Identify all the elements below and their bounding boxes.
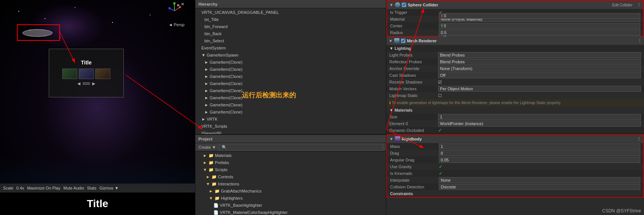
create-button[interactable]: Create ▼ <box>198 145 216 149</box>
scale-label: Scale <box>3 186 14 190</box>
center-y[interactable]: Y 0 <box>439 23 640 29</box>
hierarchy-item[interactable]: EventSystem <box>195 45 386 52</box>
hierarchy-item[interactable]: VRTK_UICANVAS_DRAGGABLE_PANEL <box>195 9 386 16</box>
mute-audio[interactable]: Mute Audio <box>63 186 84 190</box>
middle-panel: Hierarchy VRTK_UICANVAS_DRAGGABLE_PANELt… <box>195 0 386 215</box>
stats-btn[interactable]: Stats <box>87 186 96 190</box>
cast-shadows-label: Cast Shadows <box>389 73 438 78</box>
gizmos-btn[interactable]: Gizmos ▼ <box>99 186 119 190</box>
lightmap-static-value[interactable]: ☐ <box>438 93 641 98</box>
mesh-renderer-menu[interactable]: ⋮ <box>638 39 642 43</box>
folder-icon: ▼ <box>203 167 207 173</box>
hierarchy-item[interactable]: btn_Select <box>195 37 386 45</box>
dynamic-occluded-value[interactable]: ✓ <box>438 128 641 133</box>
rigidbody-icon <box>395 136 400 142</box>
cast-shadows-value[interactable]: Off <box>438 72 641 78</box>
mesh-renderer-toggle[interactable] <box>401 39 405 43</box>
rigidbody-menu[interactable]: ⋮ <box>637 137 641 142</box>
lighting-label[interactable]: ▼ Lighting <box>389 46 438 51</box>
project-item[interactable]: ▼ 📁 Interactions <box>195 181 386 188</box>
folder-icon: ► <box>203 160 207 166</box>
project-item-label: 📁 Scripts <box>209 167 228 173</box>
rigidbody-arrow: ▼ <box>389 137 393 141</box>
hierarchy-item[interactable]: ► GameItem(Clone) <box>195 94 386 102</box>
interpolate-label: Interpolate <box>390 178 439 182</box>
project-item[interactable]: 📄 VRTK_BaseHighlighter <box>195 202 386 209</box>
hierarchy-item[interactable]: ▼ GameItemSpawn <box>195 52 386 59</box>
anchor-override-row: Anchor Override None (Transform) <box>386 65 644 72</box>
use-gravity-row: Use Gravity ✓ <box>387 163 643 170</box>
folder-icon: ▼ <box>209 195 213 202</box>
mesh-renderer-header[interactable]: ▼ Mesh Renderer ⋮ <box>386 37 644 45</box>
hierarchy-item[interactable]: ► GameItem(Clone) <box>195 109 386 116</box>
project-item[interactable]: ► 📁 Materials <box>195 152 386 159</box>
anchor-override-value[interactable]: None (Transform) <box>438 66 641 72</box>
project-item[interactable]: 📄 VRTK_MaterialColorSwapHighlighter <box>195 209 386 215</box>
hierarchy-item[interactable]: ► GameItem(Clone) <box>195 73 386 80</box>
project-item[interactable]: ► 📁 GrabAttachMechanics <box>195 188 386 195</box>
perspective-label: ◄ Persp <box>168 22 185 27</box>
edit-collider-btn[interactable]: Edit Collider <box>612 3 632 7</box>
reflection-probes-value[interactable]: Blend Probes <box>438 59 641 65</box>
is-kinematic-value[interactable]: ✓ <box>439 171 640 176</box>
project-item[interactable]: ▼ 📁 Highlighters <box>195 195 386 202</box>
play-button[interactable] <box>83 82 90 85</box>
hierarchy-content[interactable]: VRTK_UICANVAS_DRAGGABLE_PANELtxt_Titlebt… <box>195 8 386 134</box>
hierarchy-item[interactable]: ► VRTK <box>195 116 386 123</box>
mesh-renderer-title: Mesh Renderer <box>407 39 437 43</box>
use-gravity-value[interactable]: ✓ <box>439 164 640 169</box>
mesh-renderer-arrow: ▼ <box>389 39 393 43</box>
element0-value[interactable]: WorldPointer (Instance) <box>438 121 641 127</box>
center-x[interactable]: X 0 <box>439 13 640 19</box>
thumbnail-3 <box>95 69 110 79</box>
project-item[interactable]: ▼ 📁 Scripts <box>195 166 386 173</box>
sphere-collider-menu[interactable]: ⋮ <box>637 3 641 7</box>
motion-vectors-value[interactable]: Per Object Motion <box>438 86 641 92</box>
maximize-on-play[interactable]: Maximize On Play <box>27 186 60 190</box>
project-search[interactable] <box>219 144 383 151</box>
sphere-collider-toggle[interactable] <box>402 3 406 7</box>
project-toolbar: Create ▼ <box>195 143 386 151</box>
rigidbody-header[interactable]: ▼ Rigidbody ⋮ <box>387 135 643 143</box>
hierarchy-item[interactable]: ► GameItem(Clone) <box>195 80 386 87</box>
hierarchy-item[interactable]: ► GameItem(Clone) <box>195 66 386 73</box>
mesh-renderer-section: ▼ Mesh Renderer ⋮ ▼ Lighting Light Probe… <box>386 37 644 134</box>
materials-label[interactable]: ▼ Materials <box>389 108 438 112</box>
collision-detection-label: Collision Detection <box>390 185 439 189</box>
drag-label: Drag <box>390 151 439 155</box>
hierarchy-item[interactable]: btn_Forward <box>195 23 386 30</box>
sphere-collider-header[interactable]: ▼ Sphere Collider Edit Collider ⋮ <box>387 1 643 9</box>
project-item-label: 📄 VRTK_MaterialColorSwapHighlighter <box>213 209 288 215</box>
light-probes-value[interactable]: Blend Probes <box>438 52 641 58</box>
interpolate-value[interactable]: None <box>439 177 640 183</box>
drag-value[interactable]: 0 <box>439 150 640 156</box>
hierarchy-item[interactable]: ► GameItem(Clone) <box>195 87 386 94</box>
collision-detection-value[interactable]: Discrete <box>439 184 640 190</box>
game-view: Title ◄ ► ◄ Persp Scale 0. <box>0 0 195 215</box>
drag-row: Drag 0 <box>387 150 643 157</box>
hierarchy-item[interactable]: btn_Back <box>195 30 386 37</box>
svg-point-5 <box>168 7 171 9</box>
motion-vectors-label: Motion Vectors <box>389 87 438 91</box>
mass-label: Mass <box>390 144 439 149</box>
nav-left-btn[interactable]: ◄ <box>76 81 81 87</box>
hierarchy-item[interactable]: [SteamVR] <box>195 130 386 134</box>
project-item-label: 📁 Controls <box>212 174 233 180</box>
hierarchy-item[interactable]: ► GameItem(Clone) <box>195 59 386 66</box>
project-item[interactable]: ► 📁 Controls <box>195 173 386 181</box>
angular-drag-value[interactable]: 0.05 <box>439 157 640 163</box>
nav-right-btn[interactable]: ► <box>91 81 96 87</box>
element0-row: Element 0 WorldPointer (Instance) <box>386 120 644 127</box>
hierarchy-item[interactable]: ► GameItem(Clone) <box>195 102 386 109</box>
project-tree: ► 📁 Materials► 📁 Prefabs▼ 📁 Scripts► 📁 C… <box>195 151 386 215</box>
project-item[interactable]: ► 📁 Prefabs <box>195 159 386 166</box>
radius-value[interactable]: 0.5 <box>439 30 640 36</box>
hierarchy-item[interactable]: VRTK_Scripts <box>195 123 386 130</box>
hierarchy-item[interactable]: txt_Title <box>195 16 386 23</box>
size-value[interactable]: 1 <box>438 114 641 120</box>
receive-shadows-value[interactable]: ☑ <box>438 80 641 85</box>
mass-value[interactable]: 1 <box>439 143 640 149</box>
element0-label: Element 0 <box>389 121 438 126</box>
csdn-watermark: CSDN @SYFStrive <box>602 208 641 214</box>
reflection-probes-label: Reflection Probes <box>389 60 438 64</box>
